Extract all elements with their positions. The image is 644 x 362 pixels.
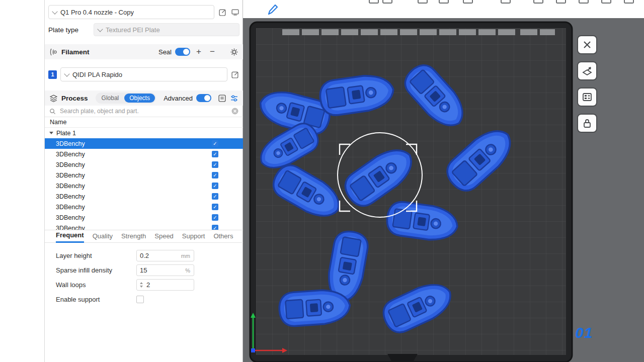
collapse-chevron-icon[interactable] (49, 132, 53, 134)
delete-plate-button[interactable] (577, 35, 597, 54)
sparse-infill-label: Sparse infill density (56, 266, 136, 274)
sidebar: Q1 Pro 0.4 nozzle - Copy Plate type Text… (0, 0, 243, 362)
enable-support-checkbox[interactable] (136, 296, 144, 303)
toolbar-icon-partial[interactable] (579, 0, 589, 4)
checkbox-checked[interactable]: ✓ (212, 151, 218, 157)
tab-quality[interactable]: Quality (93, 232, 113, 242)
checkbox-checked[interactable]: ✓ (212, 140, 218, 147)
filament-select[interactable]: QIDI PLA Rapido (60, 67, 227, 81)
clear-search-icon[interactable] (231, 108, 238, 115)
process-scope-switch: Global Objects (96, 93, 156, 104)
checkbox-checked[interactable]: ✓ (212, 193, 218, 200)
lock-icon (582, 118, 593, 129)
stepper-arrows-icon[interactable] (140, 282, 143, 288)
toolbar-icon-partial[interactable] (533, 0, 543, 4)
process-header: Process Global Objects Advanced (45, 90, 243, 106)
object-row[interactable]: 3DBenchy✓ (45, 149, 243, 159)
filament-header: Filament Seal + − (45, 44, 243, 59)
toolbar-icon-partial[interactable] (439, 0, 449, 4)
scope-global[interactable]: Global (97, 94, 124, 103)
sidebar-content: Q1 Pro 0.4 nozzle - Copy Plate type Text… (45, 0, 243, 362)
sparse-infill-input[interactable] (140, 266, 175, 274)
edit-pencil-icon[interactable] (265, 2, 280, 17)
wall-loops-row: Wall loops (56, 279, 243, 291)
scope-objects[interactable]: Objects (124, 94, 155, 103)
printer-row: Q1 Pro 0.4 nozzle - Copy (48, 5, 239, 19)
tab-strength[interactable]: Strength (121, 232, 146, 242)
toolbar-icon-partial[interactable] (418, 0, 428, 4)
filament-title: Filament (61, 48, 90, 56)
seal-toggle[interactable] (175, 48, 190, 56)
filament-name: QIDI PLA Rapido (72, 71, 122, 78)
chevron-down-icon (52, 9, 57, 14)
search-row (45, 106, 243, 117)
printer-select[interactable]: Q1 Pro 0.4 nozzle - Copy (48, 5, 214, 19)
object-row[interactable]: 3DBenchy✓ (45, 180, 243, 191)
object-row[interactable]: 3DBenchy✓ (45, 212, 243, 223)
object-label: 3DBenchy (56, 204, 85, 211)
object-row[interactable]: 3DBenchy✓ (45, 191, 243, 202)
plate-tree-label: Plate 1 (56, 130, 76, 137)
remove-filament-button[interactable]: − (207, 47, 217, 56)
toolbar-icon-partial[interactable] (556, 0, 566, 4)
advanced-toggle[interactable] (196, 94, 211, 102)
printer-name: Q1 Pro 0.4 nozzle - Copy (60, 9, 134, 16)
checkbox-checked[interactable]: ✓ (212, 214, 218, 221)
checkbox-checked[interactable]: ✓ (212, 183, 218, 189)
tab-support[interactable]: Support (182, 232, 205, 242)
checkbox-checked[interactable]: ✓ (212, 225, 218, 230)
filament-slot-row: 1 QIDI PLA Rapido (48, 67, 239, 81)
toolbar-icon-partial[interactable] (501, 0, 511, 4)
plate-tree-item[interactable]: Plate 1 (45, 128, 243, 138)
settings-tabs: Frequent Quality Strength Speed Support … (45, 230, 243, 243)
toolbar-icon-partial[interactable] (369, 0, 379, 4)
object-row[interactable]: 3DBenchy✓ (45, 223, 243, 230)
object-label: 3DBenchy (56, 225, 85, 231)
filament-slot-index: 1 (48, 70, 57, 79)
plate-front-notch (387, 354, 418, 361)
filament-spool-icon (49, 48, 58, 56)
objects-name-header: Name (45, 117, 243, 128)
search-input[interactable] (59, 107, 228, 115)
add-filament-button[interactable]: + (194, 47, 204, 56)
checkbox-checked[interactable]: ✓ (212, 204, 218, 210)
plate-type-select[interactable]: Textured PEI Plate (94, 23, 239, 36)
toolbar-icon-partial[interactable] (601, 0, 611, 4)
tab-others[interactable]: Others (213, 232, 233, 242)
object-label: 3DBenchy (56, 161, 85, 168)
plate-toolbar (577, 35, 597, 133)
wall-loops-input[interactable] (146, 281, 174, 289)
edit-filament-icon[interactable] (231, 70, 239, 79)
plate-type-row: Plate type Textured PEI Plate (48, 23, 239, 36)
plate-type-label: Plate type (48, 26, 94, 34)
toolbar-icon-partial[interactable] (463, 0, 473, 4)
process-title: Process (61, 95, 88, 102)
object-row[interactable]: 3DBenchy✓ (45, 170, 243, 180)
object-row[interactable]: 3DBenchy✓ (45, 202, 243, 212)
layer-height-input[interactable] (140, 252, 175, 259)
tab-frequent[interactable]: Frequent (56, 231, 84, 243)
toolbar-icon-partial[interactable] (624, 0, 634, 4)
edit-printer-icon[interactable] (218, 8, 227, 17)
tab-speed[interactable]: Speed (154, 232, 174, 242)
checkbox-checked[interactable]: ✓ (212, 172, 218, 178)
enable-support-label: Enable support (56, 296, 136, 303)
arrange-plate-button[interactable] (577, 87, 597, 107)
checkbox-checked[interactable]: ✓ (212, 161, 218, 168)
filament-settings-gear-icon[interactable] (230, 48, 238, 56)
object-label: 3DBenchy (56, 214, 85, 221)
arrange-icon (582, 92, 593, 103)
auto-orient-button[interactable] (577, 61, 597, 80)
parameter-list-icon[interactable] (218, 94, 226, 103)
object-label: 3DBenchy (56, 151, 85, 158)
objects-tree: Plate 1 3DBenchy✓ 3DBenchy✓ 3DBenchy✓ 3D… (45, 128, 243, 230)
sparse-infill-row: Sparse infill density % (56, 264, 243, 276)
viewport-3d[interactable]: 01 (243, 0, 644, 362)
lock-plate-button[interactable] (577, 114, 597, 133)
toolbar-icon-partial[interactable] (382, 0, 392, 4)
object-row[interactable]: 3DBenchy✓ (45, 159, 243, 170)
object-settings-icon[interactable] (230, 94, 238, 103)
object-row[interactable]: 3DBenchy✓ (45, 138, 243, 149)
device-monitor-icon[interactable] (231, 8, 239, 17)
wall-loops-label: Wall loops (56, 281, 136, 289)
